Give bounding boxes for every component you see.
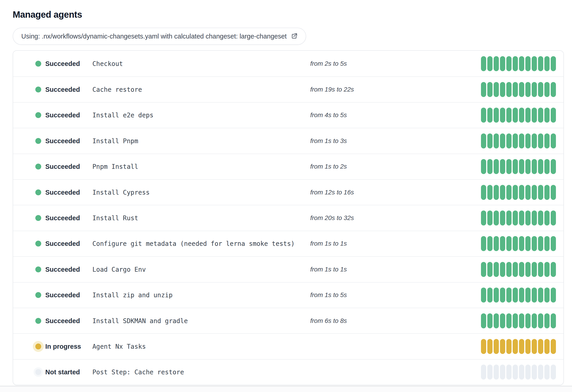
progress-segment — [481, 236, 486, 251]
progress-segment — [519, 288, 524, 303]
external-link-icon[interactable] — [291, 33, 298, 40]
agent-progress-bar — [481, 82, 556, 97]
progress-segment — [532, 288, 537, 303]
progress-segment — [481, 339, 486, 354]
step-name: Install Cypress — [92, 189, 150, 196]
step-name: Configure git metadata (needed for lerna… — [92, 240, 295, 247]
step-name: Install SDKMAN and gradle — [92, 317, 188, 325]
status-label: Succeeded — [45, 112, 80, 119]
progress-segment — [500, 185, 505, 200]
progress-segment — [481, 108, 486, 123]
status-dot — [35, 163, 41, 169]
progress-segment — [544, 339, 550, 354]
progress-segment — [513, 365, 518, 379]
progress-segment — [500, 262, 505, 277]
progress-segment — [494, 313, 499, 328]
progress-segment — [525, 133, 531, 148]
progress-segment — [481, 185, 486, 200]
agent-step-row: Succeeded Load Cargo Env from 1s to 1s — [13, 256, 563, 282]
step-duration: from 20s to 32s — [310, 214, 354, 222]
progress-segment — [506, 211, 511, 226]
status-dot — [35, 343, 41, 349]
progress-segment — [481, 262, 486, 277]
progress-segment — [519, 133, 524, 148]
progress-segment — [532, 185, 537, 200]
progress-segment — [481, 133, 486, 148]
progress-segment — [544, 236, 550, 251]
progress-segment — [487, 288, 493, 303]
progress-segment — [525, 185, 531, 200]
progress-segment — [487, 211, 493, 226]
progress-segment — [494, 339, 499, 354]
progress-segment — [487, 365, 493, 379]
agent-progress-bar — [481, 262, 556, 277]
progress-segment — [551, 211, 556, 226]
workflow-config-chip[interactable]: Using: .nx/workflows/dynamic-changesets.… — [13, 28, 306, 45]
progress-segment — [538, 82, 543, 97]
agent-progress-bar — [481, 108, 556, 123]
progress-segment — [494, 133, 499, 148]
progress-segment — [500, 82, 505, 97]
progress-segment — [494, 159, 499, 174]
progress-segment — [519, 211, 524, 226]
progress-segment — [513, 262, 518, 277]
progress-segment — [506, 108, 511, 123]
progress-segment — [525, 262, 531, 277]
progress-segment — [551, 82, 556, 97]
agent-progress-bar — [481, 159, 556, 174]
progress-segment — [544, 185, 550, 200]
progress-segment — [500, 159, 505, 174]
progress-segment — [544, 108, 550, 123]
progress-segment — [519, 185, 524, 200]
progress-segment — [538, 211, 543, 226]
step-name: Install zip and unzip — [92, 291, 173, 299]
progress-segment — [538, 339, 543, 354]
status-label: Not started — [45, 368, 80, 376]
progress-segment — [513, 133, 518, 148]
step-duration: from 1s to 5s — [310, 291, 347, 299]
status-dot — [35, 112, 41, 118]
step-name: Install Pnpm — [92, 137, 138, 145]
progress-segment — [532, 313, 537, 328]
agents-list: Succeeded Checkout from 2s to 5s Succeed… — [13, 50, 564, 385]
progress-segment — [500, 56, 505, 71]
progress-segment — [544, 56, 550, 71]
progress-segment — [538, 56, 543, 71]
progress-segment — [544, 365, 550, 379]
progress-segment — [525, 365, 531, 379]
progress-segment — [481, 313, 486, 328]
agent-progress-bar — [481, 365, 556, 379]
progress-segment — [513, 56, 518, 71]
agent-step-row: Succeeded Configure git metadata (needed… — [13, 231, 563, 256]
status-label: Succeeded — [45, 266, 80, 273]
agent-progress-bar — [481, 236, 556, 251]
agent-step-row: Succeeded Pnpm Install from 1s to 2s — [13, 154, 563, 179]
progress-segment — [494, 108, 499, 123]
progress-segment — [525, 339, 531, 354]
status-label: Succeeded — [45, 60, 80, 67]
progress-segment — [551, 133, 556, 148]
progress-segment — [494, 262, 499, 277]
progress-segment — [551, 365, 556, 379]
step-duration: from 1s to 3s — [310, 137, 347, 145]
status-label: Succeeded — [45, 189, 80, 196]
progress-segment — [513, 288, 518, 303]
progress-segment — [487, 108, 493, 123]
progress-segment — [513, 82, 518, 97]
progress-segment — [532, 159, 537, 174]
status-dot — [35, 61, 41, 67]
step-duration: from 19s to 22s — [310, 86, 354, 93]
progress-segment — [519, 262, 524, 277]
status-dot — [35, 138, 41, 144]
status-dot — [35, 266, 41, 272]
step-name: Load Cargo Env — [92, 266, 146, 273]
progress-segment — [538, 262, 543, 277]
progress-segment — [525, 82, 531, 97]
progress-segment — [513, 185, 518, 200]
progress-segment — [519, 82, 524, 97]
progress-segment — [538, 365, 543, 379]
status-dot — [35, 215, 41, 221]
step-name: Checkout — [92, 60, 123, 67]
progress-segment — [513, 313, 518, 328]
agent-step-row: Succeeded Install SDKMAN and gradle from… — [13, 308, 563, 333]
